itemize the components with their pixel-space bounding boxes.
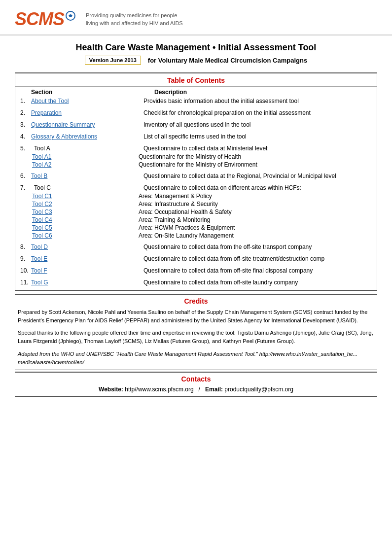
contacts-section: Contacts Website: http//www.scms.pfscm.o…: [15, 372, 377, 397]
toc-col-section: Section: [31, 89, 154, 96]
toc-link-6[interactable]: Tool B: [31, 173, 47, 179]
toc-link-c1[interactable]: Tool C1: [32, 193, 52, 200]
toc-item-7: 7. Tool C Questionnaire to collect data …: [15, 183, 377, 192]
main-title: Health Care Waste Management • Initial A…: [15, 42, 377, 53]
email-label: Email:: [205, 386, 223, 393]
toc-link-c5[interactable]: Tool C5: [32, 224, 52, 231]
toc-item-5: 5. Tool A Questionnaire to collect data …: [15, 144, 377, 153]
toc-title: Table of Contents: [15, 73, 377, 87]
scms-logo: SCMS: [15, 9, 76, 30]
contacts-row: Website: http//www.scms.pfscm.org / Emai…: [15, 384, 377, 396]
toc-item-9: 9. Tool E Questionnaire to collect data …: [15, 254, 377, 263]
toc-subitem-5-1: Tool A1 Questionnaire for the Ministry o…: [15, 153, 377, 161]
title-section: Health Care Waste Management • Initial A…: [0, 35, 392, 68]
toc-subitem-5-2: Tool A2 Questionnaire for the Ministry o…: [15, 161, 377, 169]
toc-subitem-7-5: Tool C5 Area: HCWM Practices & Equipment: [15, 224, 377, 232]
toc-subitem-7-1: Tool C1 Area: Management & Policy: [15, 192, 377, 200]
toc-link-8[interactable]: Tool D: [31, 243, 48, 250]
email-value: productquality@pfscm.org: [224, 386, 293, 393]
credits-text-3: Adapted from the WHO and UNEP/SBC "Healt…: [15, 348, 377, 369]
credits-section: Credits Prepared by Scott Ackerson, Nico…: [15, 294, 377, 370]
toc-link-c2[interactable]: Tool C2: [32, 201, 52, 208]
toc-link-4[interactable]: Glossary & Abbreviations: [31, 133, 97, 140]
toc-link-9[interactable]: Tool E: [31, 255, 47, 262]
toc-container: Table of Contents Section Description 1.…: [15, 72, 377, 291]
toc-link-c3[interactable]: Tool C3: [32, 208, 52, 215]
toc-item-2: 2. Preparation Checklist for chronologic…: [15, 108, 377, 117]
toc-subitem-7-6: Tool C6 Area: On-Site Laundry Management: [15, 232, 377, 240]
credits-text-2: Special thanks to the following people o…: [15, 327, 377, 348]
toc-link-11[interactable]: Tool G: [31, 279, 48, 286]
version-badge: Version June 2013: [85, 56, 141, 65]
contacts-title: Contacts: [15, 373, 377, 384]
credits-title: Credits: [15, 295, 377, 307]
subtitle-row: Version June 2013 for Voluntary Male Med…: [15, 56, 377, 65]
website-value: http//www.scms.pfscm.org: [125, 386, 193, 393]
toc-item-6: 6. Tool B Questionnaire to collect data …: [15, 172, 377, 180]
header-tagline: Providing quality medicines for people l…: [86, 11, 183, 28]
toc-link-a2[interactable]: Tool A2: [32, 161, 51, 168]
toc-link-10[interactable]: Tool F: [31, 267, 47, 274]
page: SCMS Providing quality medicines for peo…: [0, 0, 392, 554]
header: SCMS Providing quality medicines for peo…: [0, 0, 392, 35]
toc-item-1: 1. About the Tool Provides basic informa…: [15, 97, 377, 105]
credits-text-1: Prepared by Scott Ackerson, Nicole Pahl …: [15, 307, 377, 327]
toc-item-10: 10. Tool F Questionnaire to collect data…: [15, 266, 377, 275]
toc-link-2[interactable]: Preparation: [31, 109, 62, 116]
scms-circle-icon: [65, 10, 76, 21]
toc-item-8: 8. Tool D Questionnaire to collect data …: [15, 242, 377, 251]
toc-item-4: 4. Glossary & Abbreviations List of all …: [15, 132, 377, 141]
toc-col-desc: Description: [154, 89, 187, 96]
toc-column-headers: Section Description: [15, 87, 377, 97]
toc-subitem-7-2: Tool C2 Area: Infrastructure & Security: [15, 200, 377, 208]
toc-link-a1[interactable]: Tool A1: [32, 153, 51, 160]
scms-logo-text: SCMS: [15, 9, 64, 30]
toc-item-11: 11. Tool G Questionnaire to collect data…: [15, 278, 377, 287]
website-label: Website:: [99, 386, 123, 393]
subtitle-text: for Voluntary Male Medical Circumcision …: [148, 57, 307, 64]
contacts-separator: /: [199, 386, 200, 393]
toc-item-3: 3. Questionnaire Summary Inventory of al…: [15, 120, 377, 129]
toc-link-1[interactable]: About the Tool: [31, 98, 69, 104]
toc-subitem-7-4: Tool C4 Area: Training & Monitoring: [15, 216, 377, 224]
toc-link-3[interactable]: Questionnaire Summary: [31, 121, 95, 128]
toc-link-c6[interactable]: Tool C6: [32, 232, 52, 239]
toc-subitem-7-3: Tool C3 Area: Occupational Health & Safe…: [15, 208, 377, 216]
toc-link-c4[interactable]: Tool C4: [32, 216, 52, 223]
